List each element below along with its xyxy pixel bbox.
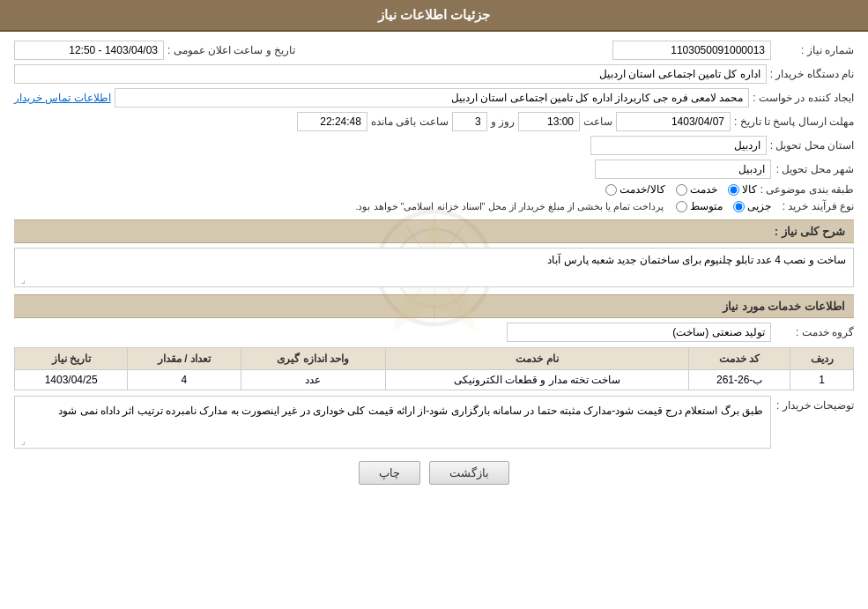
radio-goods-label: کالا: [742, 183, 757, 196]
contact-link[interactable]: اطلاعات تماس خریدار: [14, 92, 111, 104]
need-number-label: شماره نیاز :: [775, 44, 854, 56]
radio-goods-item: کالا: [728, 183, 757, 196]
buyer-notes-section: توضیحات خریدار : طبق برگ استعلام درج قیم…: [14, 396, 854, 449]
cell-row-num: 1: [790, 370, 854, 390]
radio-medium[interactable]: [676, 201, 687, 212]
cell-quantity: 4: [128, 370, 241, 390]
row-city: شهر محل تحویل :: [14, 160, 854, 179]
table-header-row: ردیف کد خدمت نام خدمت واحد اندازه گیری ت…: [15, 348, 854, 370]
deadline-remaining-label: ساعت باقی مانده: [371, 115, 449, 128]
need-desc-section-title: شرح کلی نیاز :: [775, 225, 845, 238]
subject-label: طبقه بندی موضوعی :: [760, 183, 854, 196]
row-need-number: شماره نیاز : تاریخ و ساعت اعلان عمومی :: [14, 41, 854, 60]
buyer-org-input[interactable]: [14, 64, 767, 84]
print-button[interactable]: چاپ: [359, 461, 420, 485]
radio-goods-service-item: کالا/خدمت: [605, 183, 664, 196]
row-buyer-org: نام دستگاه خریدار :: [14, 64, 854, 84]
deadline-days-input[interactable]: [452, 112, 487, 131]
content-area: شماره نیاز : تاریخ و ساعت اعلان عمومی : …: [0, 32, 868, 502]
radio-medium-label: متوسط: [690, 200, 723, 212]
city-label: شهر محل تحویل :: [775, 163, 854, 175]
radio-goods[interactable]: [728, 184, 739, 196]
back-button[interactable]: بازگشت: [429, 461, 509, 485]
row-deadline: مهلت ارسال پاسخ تا تاریخ : ساعت روز و سا…: [14, 112, 854, 131]
need-desc-box: ساخت و نصب 4 عدد تابلو چلنیوم برای ساختم…: [14, 248, 854, 287]
announce-date-label: تاریخ و ساعت اعلان عمومی :: [167, 44, 295, 56]
col-date: تاریخ نیاز: [15, 348, 128, 370]
page-title: جزئیات اطلاعات نیاز: [378, 7, 490, 22]
row-requester: ایجاد کننده در خواست : اطلاعات تماس خرید…: [14, 88, 854, 108]
col-service-name: نام خدمت: [385, 348, 688, 370]
radio-service-item: خدمت: [676, 183, 717, 196]
page-header: جزئیات اطلاعات نیاز: [0, 0, 868, 32]
need-desc-text: ساخت و نصب 4 عدد تابلو چلنیوم برای ساختم…: [547, 254, 846, 266]
cell-date: 1403/04/25: [15, 370, 128, 390]
deadline-date-input[interactable]: [616, 112, 731, 131]
province-input[interactable]: [590, 136, 767, 155]
col-unit: واحد اندازه گیری: [241, 348, 385, 370]
radio-partial[interactable]: [733, 201, 745, 212]
services-table: ردیف کد خدمت نام خدمت واحد اندازه گیری ت…: [14, 347, 854, 390]
deadline-time-input[interactable]: [518, 112, 580, 131]
col-row-number: ردیف: [790, 348, 854, 370]
process-radio-group: متوسط جزیی: [676, 200, 771, 212]
row-province: استان محل تحویل :: [14, 136, 854, 155]
radio-service[interactable]: [676, 184, 687, 196]
page-wrapper: جزئیات اطلاعات نیاز شماره نیاز : تاریخ و…: [0, 0, 868, 609]
radio-service-label: خدمت: [690, 183, 717, 196]
deadline-time-label: ساعت: [583, 115, 612, 128]
process-note: پرداخت تمام یا بخشی از مبلغ خریدار از مح…: [14, 201, 664, 212]
buyer-notes-resize-handle[interactable]: ⌟: [17, 437, 26, 446]
cell-unit: عدد: [241, 370, 385, 390]
province-label: استان محل تحویل :: [770, 139, 854, 152]
buyer-notes-text: طبق برگ استعلام درج قیمت شود-مدارک مثبته…: [58, 405, 763, 417]
radio-partial-label: جزیی: [747, 200, 771, 212]
cell-name: ساخت تخته مدار و قطعات الکترونیکی: [385, 370, 688, 390]
services-section-title: اطلاعات خدمات مورد نیاز: [723, 300, 845, 313]
description-section: ساخت و نصب 4 عدد تابلو چلنیوم برای ساختم…: [14, 248, 854, 287]
buttons-row: بازگشت چاپ: [14, 461, 854, 485]
deadline-label: مهلت ارسال پاسخ تا تاریخ :: [734, 115, 854, 128]
table-row: 1 ب-26-261 ساخت تخته مدار و قطعات الکترو…: [15, 370, 854, 390]
resize-handle[interactable]: ⌟: [17, 276, 26, 285]
buyer-notes-box: طبق برگ استعلام درج قیمت شود-مدارک مثبته…: [14, 396, 771, 449]
deadline-remaining-input[interactable]: [297, 112, 367, 131]
row-subject: طبقه بندی موضوعی : کالا/خدمت خدمت کالا: [14, 183, 854, 196]
radio-medium-item: متوسط: [676, 200, 723, 212]
radio-partial-item: جزیی: [733, 200, 771, 212]
deadline-days-label: روز و: [491, 115, 515, 128]
requester-label: ایجاد کننده در خواست :: [753, 92, 854, 104]
cell-code: ب-26-261: [688, 370, 790, 390]
need-number-input[interactable]: [612, 41, 771, 60]
radio-goods-service[interactable]: [605, 184, 617, 196]
radio-goods-service-label: کالا/خدمت: [619, 183, 664, 196]
requester-input[interactable]: [115, 88, 750, 108]
process-label: نوع فرآیند خرید :: [775, 200, 854, 212]
buyer-notes-label: توضیحات خریدار :: [775, 396, 854, 412]
col-quantity: تعداد / مقدار: [128, 348, 241, 370]
buyer-org-label: نام دستگاه خریدار :: [770, 68, 854, 80]
city-input[interactable]: [595, 160, 771, 179]
group-input[interactable]: [507, 323, 771, 342]
col-service-code: کد خدمت: [688, 348, 790, 370]
subject-radio-group: کالا/خدمت خدمت کالا: [605, 183, 756, 196]
announce-date-input[interactable]: [14, 41, 164, 60]
group-label: گروه خدمت :: [775, 326, 854, 338]
